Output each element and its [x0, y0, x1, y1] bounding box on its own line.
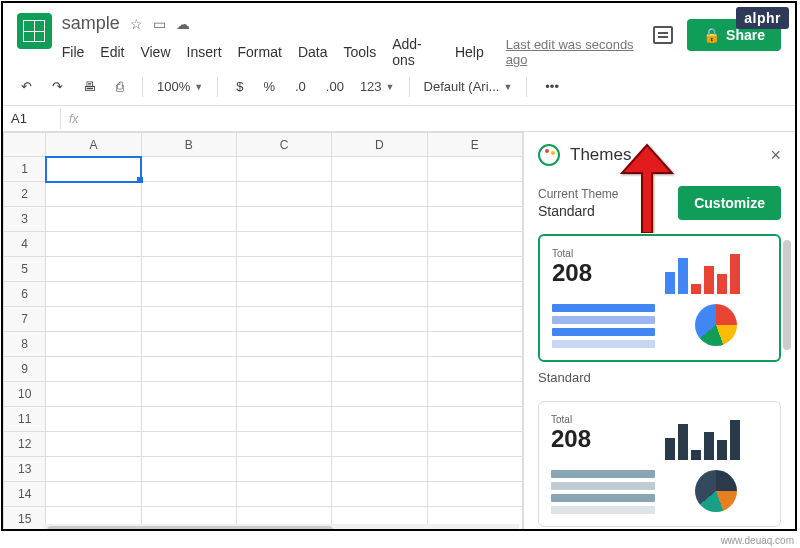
menu-file[interactable]: File [62, 44, 85, 60]
cell[interactable] [141, 182, 236, 207]
row-header[interactable]: 4 [4, 232, 46, 257]
number-format-select[interactable]: 123▼ [360, 79, 395, 94]
row-header[interactable]: 3 [4, 207, 46, 232]
star-icon[interactable]: ☆ [130, 16, 143, 32]
more-toolbar-icon[interactable]: ••• [541, 77, 563, 96]
cell[interactable] [236, 482, 331, 507]
row-header[interactable]: 2 [4, 182, 46, 207]
menu-insert[interactable]: Insert [187, 44, 222, 60]
cell[interactable] [427, 207, 522, 232]
cell[interactable] [141, 232, 236, 257]
cell[interactable] [236, 382, 331, 407]
cell[interactable] [332, 232, 427, 257]
menu-view[interactable]: View [140, 44, 170, 60]
cell[interactable] [46, 432, 141, 457]
menu-edit[interactable]: Edit [100, 44, 124, 60]
cell[interactable] [141, 157, 236, 182]
cell[interactable] [427, 157, 522, 182]
cell[interactable] [332, 432, 427, 457]
row-header[interactable]: 10 [4, 382, 46, 407]
percent-button[interactable]: % [259, 77, 279, 96]
cell[interactable] [46, 232, 141, 257]
cell[interactable] [141, 407, 236, 432]
cell[interactable] [236, 257, 331, 282]
customize-button[interactable]: Customize [678, 186, 781, 220]
row-header[interactable]: 12 [4, 432, 46, 457]
row-header[interactable]: 5 [4, 257, 46, 282]
cell[interactable] [427, 332, 522, 357]
horizontal-scrollbar[interactable] [43, 524, 519, 531]
font-select[interactable]: Default (Ari...▼ [424, 79, 513, 94]
cell[interactable] [427, 357, 522, 382]
row-header[interactable]: 7 [4, 307, 46, 332]
theme-card[interactable]: Total 208 [538, 401, 781, 527]
currency-button[interactable]: $ [232, 77, 247, 96]
paint-format-icon[interactable]: ⎙ [112, 77, 128, 96]
comments-icon[interactable] [653, 26, 673, 44]
zoom-select[interactable]: 100%▼ [157, 79, 203, 94]
col-header[interactable]: A [46, 133, 141, 157]
undo-icon[interactable]: ↶ [17, 77, 36, 96]
cell[interactable] [427, 307, 522, 332]
cloud-icon[interactable]: ☁ [176, 16, 190, 32]
menu-help[interactable]: Help [455, 44, 484, 60]
last-edit-link[interactable]: Last edit was seconds ago [506, 37, 643, 67]
cell[interactable] [46, 282, 141, 307]
cell[interactable] [236, 182, 331, 207]
cell[interactable] [332, 382, 427, 407]
row-header[interactable]: 9 [4, 357, 46, 382]
cell[interactable] [141, 332, 236, 357]
cell[interactable] [141, 457, 236, 482]
sheets-logo[interactable] [17, 13, 52, 49]
cell[interactable] [46, 307, 141, 332]
cell[interactable] [236, 157, 331, 182]
close-icon[interactable]: × [770, 145, 781, 166]
row-header[interactable]: 14 [4, 482, 46, 507]
cell[interactable] [332, 482, 427, 507]
cell[interactable] [236, 332, 331, 357]
col-header[interactable]: C [236, 133, 331, 157]
row-header[interactable]: 1 [4, 157, 46, 182]
row-header[interactable]: 15 [4, 507, 46, 532]
cell[interactable] [46, 482, 141, 507]
menu-tools[interactable]: Tools [343, 44, 376, 60]
menu-format[interactable]: Format [238, 44, 282, 60]
cell[interactable] [427, 232, 522, 257]
decrease-decimal-button[interactable]: .0 [291, 77, 310, 96]
cell[interactable] [141, 482, 236, 507]
menu-data[interactable]: Data [298, 44, 328, 60]
cell[interactable] [46, 357, 141, 382]
menu-addons[interactable]: Add-ons [392, 36, 439, 68]
cell[interactable] [236, 282, 331, 307]
cell[interactable] [236, 457, 331, 482]
cell[interactable] [427, 457, 522, 482]
spreadsheet-grid[interactable]: ABCDE12345678910111213141516 [3, 132, 523, 531]
cell[interactable] [332, 307, 427, 332]
cell[interactable] [427, 407, 522, 432]
cell[interactable] [141, 257, 236, 282]
cell[interactable] [332, 182, 427, 207]
cell[interactable] [46, 382, 141, 407]
col-header[interactable]: D [332, 133, 427, 157]
cell[interactable] [427, 257, 522, 282]
cell[interactable] [46, 207, 141, 232]
theme-card[interactable]: Total 208 [538, 234, 781, 362]
cell[interactable] [236, 307, 331, 332]
cell[interactable] [332, 332, 427, 357]
cell[interactable] [46, 257, 141, 282]
cell[interactable] [332, 257, 427, 282]
name-box[interactable]: A1 [3, 108, 61, 129]
cell[interactable] [427, 382, 522, 407]
cell[interactable] [141, 357, 236, 382]
cell[interactable] [332, 457, 427, 482]
col-header[interactable]: B [141, 133, 236, 157]
cell[interactable] [141, 432, 236, 457]
redo-icon[interactable]: ↷ [48, 77, 67, 96]
doc-title[interactable]: sample [62, 13, 120, 34]
col-header[interactable]: E [427, 133, 522, 157]
cell[interactable] [236, 207, 331, 232]
cell[interactable] [332, 357, 427, 382]
cell[interactable] [236, 232, 331, 257]
print-icon[interactable]: 🖶 [79, 77, 100, 96]
cell[interactable] [46, 332, 141, 357]
